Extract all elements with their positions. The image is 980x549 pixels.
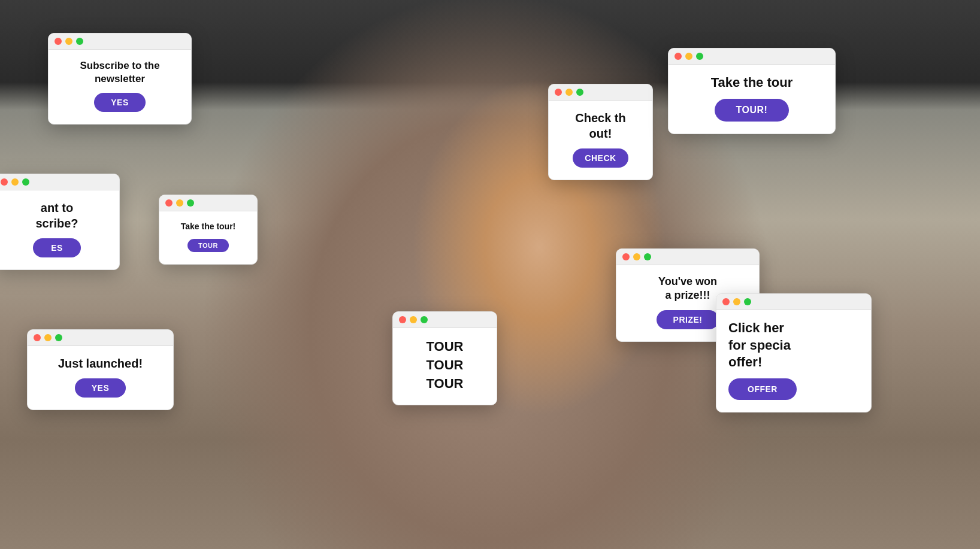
dot-yellow-5[interactable] [565,89,573,96]
click-here-title: Click herfor speciaoffer! [728,320,859,371]
won-prize-button[interactable]: PRIZE! [657,310,719,329]
take-tour-large-title: Take the tour [711,74,793,92]
dot-red-5[interactable] [555,89,562,96]
dot-red-3[interactable] [165,199,173,207]
popup-titlebar-5 [549,84,652,101]
popup-body-6: Take the tour TOUR! [669,65,835,134]
dot-red-4[interactable] [34,334,41,341]
popup-titlebar-4 [28,330,173,346]
want-subscribe-title: ant toscribe? [35,200,78,231]
take-tour-small-button[interactable]: TOUR [187,239,229,252]
dot-green-2[interactable] [22,178,29,186]
click-here-button[interactable]: OFFER [728,378,797,400]
popup-just-launched: Just launched! YES [27,329,174,410]
dot-green-8[interactable] [644,253,651,260]
subscribe-newsletter-button[interactable]: YES [94,93,146,112]
dot-yellow-8[interactable] [633,253,640,260]
popup-body-5: Check thout! CHECK [549,101,652,180]
want-subscribe-button[interactable]: ES [33,238,81,257]
popup-titlebar-8 [616,249,759,265]
dot-yellow-4[interactable] [44,334,52,341]
popup-titlebar-6 [669,48,835,65]
check-this-out-button[interactable]: CHECK [573,148,628,168]
dot-yellow-6[interactable] [685,53,692,60]
check-this-out-title: Check thout! [575,110,625,141]
take-tour-small-title: Take the tour! [181,221,236,232]
popup-body-2: ant toscribe? ES [0,190,119,269]
popup-titlebar-7 [393,312,497,328]
just-launched-title: Just launched! [58,356,143,371]
popup-titlebar-3 [159,195,257,211]
popup-tour-tour-tour: TOUR TOUR TOUR [392,311,497,405]
just-launched-button[interactable]: YES [75,378,126,398]
popup-titlebar-1 [49,34,191,50]
popup-take-tour-small: Take the tour! TOUR [159,195,258,265]
subscribe-newsletter-title: Subscribe to the newsletter [61,59,179,86]
dot-yellow-1[interactable] [65,38,72,45]
dot-green-5[interactable] [576,89,583,96]
dot-red-9[interactable] [722,298,730,305]
dot-yellow-9[interactable] [733,298,740,305]
dot-green-6[interactable] [696,53,703,60]
tour-tour-tour-text: TOUR TOUR TOUR [427,338,464,393]
popup-body-1: Subscribe to the newsletter YES [49,50,191,124]
popup-body-9: Click herfor speciaoffer! OFFER [716,310,871,412]
dot-green-9[interactable] [744,298,751,305]
popup-body-4: Just launched! YES [28,346,173,410]
dot-yellow-2[interactable] [11,178,19,186]
dot-green-3[interactable] [187,199,194,207]
won-prize-title: You've wona prize!!! [658,275,717,303]
popup-take-tour-large: Take the tour TOUR! [668,48,836,134]
dot-red-2[interactable] [1,178,8,186]
dot-red-8[interactable] [622,253,630,260]
dot-yellow-3[interactable] [176,199,183,207]
popup-subscribe-newsletter: Subscribe to the newsletter YES [48,33,192,125]
dot-red-1[interactable] [55,38,62,45]
popup-want-subscribe: ant toscribe? ES [0,174,120,270]
popup-body-3: Take the tour! TOUR [159,211,257,264]
take-tour-large-button[interactable]: TOUR! [715,99,790,122]
popup-titlebar-9 [716,294,871,310]
popup-body-7: TOUR TOUR TOUR [393,328,497,405]
dot-green-7[interactable] [421,316,428,323]
dot-green-1[interactable] [76,38,83,45]
dot-yellow-7[interactable] [410,316,417,323]
popup-check-this-out: Check thout! CHECK [548,84,653,180]
dot-green-4[interactable] [55,334,62,341]
dot-red-7[interactable] [399,316,406,323]
popup-click-here: Click herfor speciaoffer! OFFER [716,293,872,412]
dot-red-6[interactable] [674,53,682,60]
popup-titlebar-2 [0,174,119,190]
